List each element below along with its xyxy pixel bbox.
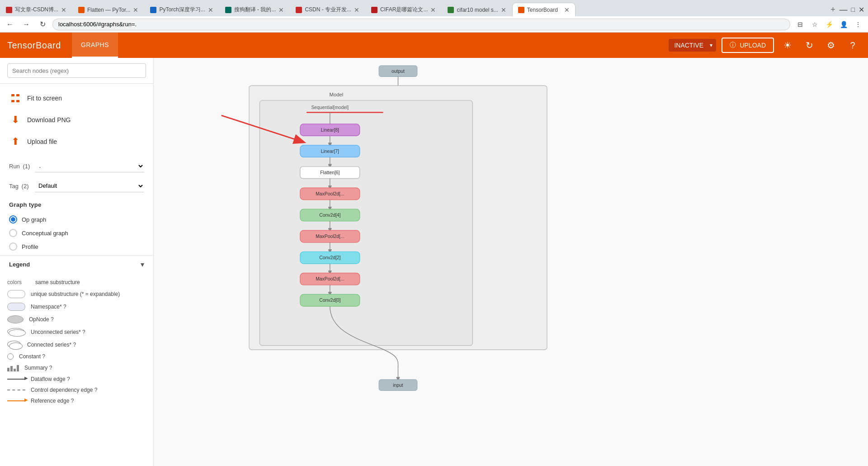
- browser-tab-tab8[interactable]: TensorBoard✕: [512, 3, 576, 16]
- tab-favicon: [518, 7, 524, 13]
- legend-toggle-icon: ▾: [141, 260, 144, 269]
- unconnected-series-icon: [7, 328, 25, 336]
- maximize-btn[interactable]: □: [851, 6, 855, 13]
- svg-text:Conv2d[0]: Conv2d[0]: [319, 298, 340, 303]
- browser-tab-tab2[interactable]: Flatten — PyTor...✕: [72, 3, 144, 16]
- browser-tab-tab3[interactable]: PyTorch深度学习...✕: [144, 3, 219, 16]
- upload-button[interactable]: ⓘ UPLOAD: [722, 38, 774, 53]
- conceptual-graph-radio[interactable]: [9, 229, 17, 237]
- back-button[interactable]: ←: [4, 18, 16, 31]
- tab-label: Flatten — PyTor...: [87, 7, 130, 13]
- constant-icon: [7, 353, 14, 360]
- legend-colors-row: colors same substructure: [7, 277, 146, 288]
- op-graph-option[interactable]: Op graph: [9, 213, 144, 226]
- minimize-btn[interactable]: —: [840, 5, 848, 14]
- profile-radio[interactable]: [9, 243, 17, 251]
- browser-tab-tab7[interactable]: cifar10 model s...✕: [442, 3, 512, 16]
- svg-text:input: input: [393, 383, 403, 388]
- run-selector-wrapper: INACTIVE ▾: [669, 39, 716, 52]
- tab-close-icon[interactable]: ✕: [354, 6, 359, 14]
- graph-canvas[interactable]: output Model Sequential[model]: [154, 58, 868, 466]
- tab-favicon: [225, 7, 231, 13]
- legend-header[interactable]: Legend ▾: [0, 255, 153, 273]
- tab-favicon: [448, 7, 454, 13]
- tag-select[interactable]: Default: [35, 180, 144, 192]
- profile-icon[interactable]: 👤: [837, 18, 850, 31]
- graph-svg: output Model Sequential[model]: [154, 58, 868, 466]
- tab-close-icon[interactable]: ✕: [61, 6, 66, 14]
- legend-content: colors same substructure unique substruc…: [0, 273, 153, 410]
- svg-text:Model: Model: [330, 92, 344, 97]
- legend-unique-label: unique substructure (* = expandable): [31, 291, 120, 297]
- graph-type-title: Graph type: [0, 196, 153, 211]
- legend-control-dep-row: Control dependency edge ?: [7, 385, 146, 395]
- legend-namespace-label: Namespace* ?: [31, 304, 66, 310]
- legend-same-substructure: same substructure: [35, 279, 80, 285]
- more-menu-icon[interactable]: ⋮: [852, 18, 864, 31]
- legend-unique-row: unique substructure (* = expandable): [7, 288, 146, 300]
- opnode-icon: [7, 315, 24, 323]
- browser-tab-tab4[interactable]: 搜狗翻译 - 我的...✕: [219, 3, 290, 16]
- app-title: TensorBoard: [7, 40, 61, 51]
- legend-dataflow-label: Dataflow edge ?: [31, 376, 70, 382]
- download-png-action[interactable]: ⬇ Download PNG: [0, 109, 153, 131]
- theme-toggle-button[interactable]: ☀: [779, 37, 796, 53]
- conceptual-graph-label: Conceptual graph: [22, 230, 68, 237]
- tab-close-icon[interactable]: ✕: [564, 6, 570, 14]
- forward-button[interactable]: →: [20, 18, 33, 31]
- svg-text:Flatten[6]: Flatten[6]: [320, 170, 340, 175]
- settings-button[interactable]: ⚙: [823, 37, 839, 53]
- run-select[interactable]: .: [35, 160, 144, 172]
- main-area: Fit to screen ⬇ Download PNG ⬆ Upload fi…: [0, 58, 868, 466]
- header-right: INACTIVE ▾ ⓘ UPLOAD ☀ ↻ ⚙ ?: [669, 37, 861, 53]
- browser-tab-tab5[interactable]: CSDN - 专业开发...✕: [290, 3, 365, 16]
- tag-field: Tag (2) Default: [0, 176, 153, 196]
- legend-opnode-label: OpNode ?: [29, 316, 54, 323]
- legend-unconnected-row: Unconnected series* ?: [7, 326, 146, 338]
- upload-file-action[interactable]: ⬆ Upload file: [0, 131, 153, 152]
- bookmark-icon[interactable]: ☆: [808, 18, 821, 31]
- conceptual-graph-option[interactable]: Conceptual graph: [9, 226, 144, 240]
- svg-rect-3: [16, 100, 19, 102]
- new-tab-button[interactable]: +: [827, 3, 840, 16]
- fit-to-screen-action[interactable]: Fit to screen: [0, 87, 153, 109]
- legend-summary-label: Summary ?: [24, 365, 52, 371]
- browser-tab-tab6[interactable]: CIFAR是哪篇论文...✕: [365, 3, 442, 16]
- cast-icon[interactable]: ⊟: [794, 18, 807, 31]
- legend-constant-label: Constant ?: [19, 353, 45, 360]
- summary-icon: [7, 364, 19, 371]
- search-input[interactable]: [7, 63, 146, 78]
- tab-close-icon[interactable]: ✕: [430, 6, 436, 14]
- reload-button[interactable]: ↻: [801, 37, 817, 53]
- dataflow-edge-icon: [7, 379, 25, 380]
- graph-type-radio-group: Op graph Conceptual graph Profile: [0, 211, 153, 255]
- tab-favicon: [6, 7, 12, 13]
- tab-close-icon[interactable]: ✕: [133, 6, 138, 14]
- svg-text:output: output: [392, 69, 405, 74]
- svg-text:Conv2d[2]: Conv2d[2]: [319, 255, 340, 260]
- close-btn[interactable]: ✕: [859, 5, 864, 14]
- sidebar: Fit to screen ⬇ Download PNG ⬆ Upload fi…: [0, 58, 154, 466]
- tab-close-icon[interactable]: ✕: [208, 6, 213, 14]
- header-tabs: GRAPHS: [72, 33, 118, 58]
- tab-close-icon[interactable]: ✕: [278, 6, 284, 14]
- run-label: Run (1): [9, 163, 30, 170]
- svg-rect-1: [16, 94, 19, 96]
- extensions-icon[interactable]: ⚡: [823, 18, 835, 31]
- tab-favicon: [78, 7, 85, 13]
- op-graph-radio[interactable]: [9, 215, 17, 223]
- upload-circle-icon: ⓘ: [730, 41, 736, 49]
- refresh-button[interactable]: ↻: [36, 18, 49, 31]
- browser-tab-tab1[interactable]: 写文章-CSDN博...✕: [0, 3, 72, 16]
- run-selector[interactable]: INACTIVE: [669, 39, 716, 52]
- run-field: Run (1) .: [0, 156, 153, 176]
- connected-series-icon: [7, 341, 22, 349]
- svg-text:Conv2d[4]: Conv2d[4]: [319, 213, 340, 218]
- tab-bar: 写文章-CSDN博...✕Flatten — PyTor...✕PyTorch深…: [0, 0, 868, 16]
- legend-reference-edge-label: Reference edge ?: [31, 398, 74, 404]
- url-input[interactable]: [52, 19, 790, 30]
- tab-close-icon[interactable]: ✕: [501, 6, 506, 14]
- tab-graphs[interactable]: GRAPHS: [72, 33, 118, 58]
- profile-option[interactable]: Profile: [9, 240, 144, 253]
- help-button[interactable]: ?: [844, 37, 861, 53]
